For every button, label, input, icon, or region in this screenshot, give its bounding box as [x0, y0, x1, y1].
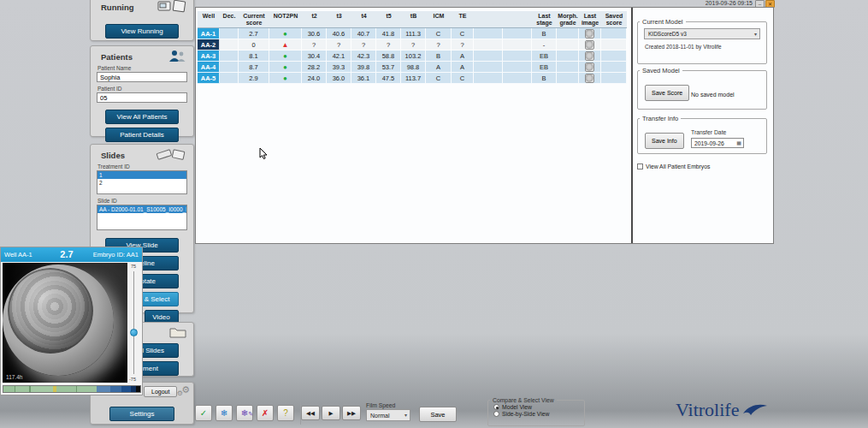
tb-cell: 113.7: [401, 73, 426, 84]
list-item[interactable]: 1: [97, 171, 186, 179]
view-running-button[interactable]: View Running: [105, 24, 179, 39]
main-content: Well Dec. Current score NOT2PN t2 t3 t4 …: [195, 7, 774, 244]
decision-freeze-button[interactable]: ❄: [216, 405, 233, 421]
well-cell[interactable]: AA-3: [198, 51, 220, 62]
viewer-embryo-id: Embryo ID: AA1: [93, 247, 139, 262]
model-view-radio[interactable]: Model View: [493, 404, 584, 410]
t4-cell: ?: [351, 39, 376, 51]
view-all-embryos-checkbox-row[interactable]: View All Patient Embryos: [637, 163, 710, 169]
patient-details-button[interactable]: Patient Details: [105, 128, 179, 142]
empty-cell: [474, 51, 503, 62]
col-header: t4: [351, 11, 376, 28]
slide-id-list[interactable]: AA - D2000-01.01_S10005_I0000_P: [97, 205, 187, 230]
save-button[interactable]: Save: [419, 407, 457, 422]
vitrolife-logo: Vitrolife: [676, 399, 768, 421]
transfer-date-label: Transfer Date: [691, 129, 726, 135]
last-image-cell[interactable]: [579, 51, 601, 62]
radio-icon[interactable]: [493, 404, 499, 410]
t2-cell: 24.0: [302, 73, 327, 84]
icm-cell: ?: [426, 39, 452, 51]
decision-undecided-button[interactable]: ?: [277, 405, 294, 421]
decision-transfer-button[interactable]: ✓: [195, 405, 212, 421]
t3-cell: ?: [327, 39, 351, 51]
transfer-date-picker[interactable]: 2019-09-26 ▦: [691, 138, 744, 148]
embryo-thumbnail-icon[interactable]: [585, 62, 594, 72]
col-header: tB: [401, 11, 426, 28]
t4-cell: 39.8: [351, 62, 376, 73]
well-cell[interactable]: AA-1: [198, 28, 220, 39]
save-score-button[interactable]: Save Score: [645, 85, 689, 101]
t2-cell: 30.6: [302, 28, 327, 39]
radio-icon[interactable]: [493, 411, 499, 417]
embryo-thumbnail-icon[interactable]: [585, 51, 594, 61]
chevron-down-icon: ▾: [754, 29, 757, 39]
slider-handle[interactable]: [130, 329, 138, 336]
t2-cell: 28.2: [302, 62, 327, 73]
embryo-thumbnail-icon[interactable]: [585, 40, 594, 50]
t5-cell: 53.7: [376, 62, 401, 73]
slider-min-label: -75: [129, 377, 136, 382]
well-cell[interactable]: AA-2: [198, 39, 220, 51]
col-header: NOT2PN: [269, 11, 302, 28]
col-header: t5: [376, 11, 401, 28]
empty-cell: [503, 73, 532, 84]
saved-score-cell: [601, 73, 627, 84]
play-button[interactable]: ▶: [322, 406, 340, 420]
last-stage-cell: EB: [532, 62, 557, 73]
score-cell: 8.7: [239, 62, 269, 73]
col-header: Last image: [579, 11, 601, 28]
mouse-cursor: [259, 147, 269, 163]
patients-panel: Patients Patient Name Patient ID View Al…: [90, 45, 194, 137]
viewer-score: 2.7: [60, 247, 73, 262]
last-image-cell[interactable]: [579, 73, 601, 84]
saved-model-status: No saved model: [691, 92, 735, 98]
not2pn-marker: ●: [269, 51, 302, 62]
decision-avoid-button[interactable]: ✗: [257, 405, 274, 421]
dec-cell: [220, 62, 239, 73]
last-image-cell[interactable]: [579, 62, 601, 73]
last-image-cell[interactable]: [579, 28, 601, 39]
viewer-well-label: Well AA-1: [4, 251, 32, 259]
col-header: t3: [327, 11, 351, 28]
logout-button[interactable]: Logout: [144, 386, 177, 397]
t3-cell: 36.0: [327, 73, 351, 84]
morph-grade-cell: [557, 73, 579, 84]
logo-text: Vitrolife: [676, 399, 739, 421]
save-info-button[interactable]: Save Info: [645, 133, 684, 149]
t4-cell: 42.3: [351, 51, 376, 62]
embryo-image: 117.4h: [3, 263, 127, 383]
t3-cell: 40.6: [327, 28, 351, 39]
view-all-patients-button[interactable]: View All Patients: [105, 110, 179, 124]
model-select[interactable]: KIDScoreD5 v3 ▾: [644, 28, 760, 39]
settings-button[interactable]: Settings: [109, 407, 174, 421]
logo-swoosh-icon: [742, 403, 768, 417]
list-item[interactable]: AA - D2000-01.01_S10005_I0000_P: [97, 205, 186, 213]
saved-score-cell: [601, 62, 627, 73]
image-timestamp: 117.4h: [6, 374, 22, 380]
list-item[interactable]: 2: [97, 179, 186, 187]
well-cell[interactable]: AA-4: [198, 62, 220, 73]
t5-cell: 47.5: [376, 73, 401, 84]
patient-name-input[interactable]: [97, 72, 187, 82]
well-cell[interactable]: AA-5: [198, 73, 220, 84]
embryo-thumbnail-icon[interactable]: [585, 74, 594, 83]
treatment-id-list[interactable]: 1 2: [97, 170, 187, 194]
check-icon: ✓: [200, 408, 207, 418]
last-image-cell[interactable]: [579, 39, 601, 51]
side-by-side-view-radio[interactable]: Side-by-Side View: [493, 411, 584, 417]
gear-icon: ⚙: [177, 389, 183, 397]
panel-divider: [631, 8, 633, 243]
score-table-body: AA-1 2.7 ● 30.6 40.6 40.7 41.8 111.3 C C…: [198, 28, 627, 84]
saved-model-group: Saved Model Save Score No saved model: [637, 67, 767, 110]
empty-cell: [503, 28, 532, 39]
saved-score-cell: [601, 51, 627, 62]
focal-plane-slider[interactable]: 75 -75: [127, 263, 141, 383]
division-timeline-bar[interactable]: [3, 385, 141, 393]
decision-freeze-annotate-button[interactable]: ❄ ✎: [236, 405, 253, 421]
embryo-thumbnail-icon[interactable]: [585, 29, 594, 39]
rewind-button[interactable]: ◀◀: [301, 406, 320, 420]
film-speed-select[interactable]: Normal ▾: [366, 409, 410, 421]
patient-id-input[interactable]: [97, 92, 187, 103]
fast-forward-button[interactable]: ▶▶: [342, 406, 361, 420]
checkbox[interactable]: [637, 163, 643, 169]
